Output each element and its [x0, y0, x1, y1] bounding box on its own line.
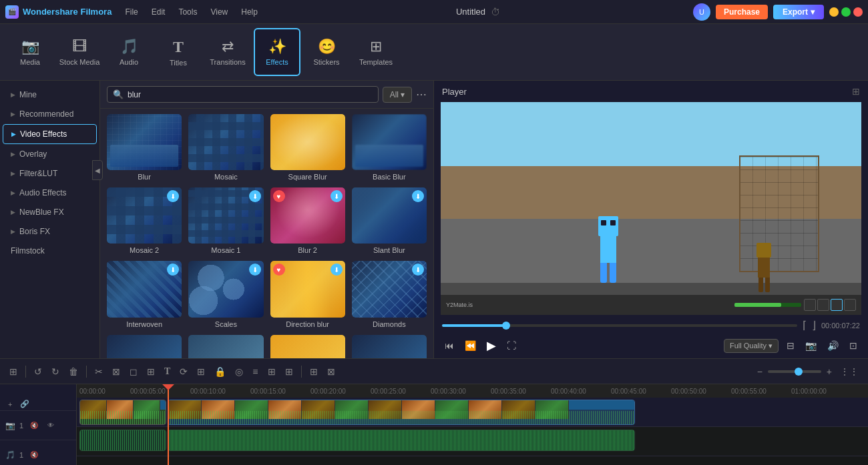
track-v1-mute[interactable]: 🔇 — [27, 420, 41, 430]
close-button[interactable] — [853, 7, 863, 17]
effect-mosaic1[interactable]: ⬇ Mosaic 1 — [188, 187, 263, 254]
effect-blur[interactable]: Blur — [107, 114, 182, 181]
panel-item-boris-fx[interactable]: ▶ Boris FX — [3, 222, 97, 241]
effect-diamonds[interactable]: ⬇ Diamonds — [352, 261, 427, 328]
effect-mosaic[interactable]: Mosaic — [188, 114, 263, 181]
toolbar-stock-media[interactable]: 🎞 Stock Media — [56, 28, 103, 76]
purchase-button[interactable]: Purchase — [716, 5, 768, 19]
effect-basic-blur[interactable]: Basic Blur — [352, 114, 427, 181]
track-v1-eye[interactable]: 👁 — [45, 420, 57, 430]
playhead[interactable] — [168, 384, 169, 465]
zoom-in-button[interactable]: + — [824, 365, 835, 378]
track-link-button[interactable]: 🔗 — [17, 398, 32, 410]
panel-item-filmstock[interactable]: Filmstock — [3, 242, 97, 260]
step-back-button[interactable]: ⏪ — [462, 339, 479, 352]
more-options-button[interactable]: ⋯ — [416, 88, 427, 101]
panel-item-mine[interactable]: ▶ Mine — [3, 85, 97, 104]
rewind-button[interactable]: ⏮ — [442, 339, 457, 352]
timeline-transform[interactable]: ⊞ — [144, 365, 158, 378]
search-input[interactable] — [128, 90, 373, 99]
toolbar-effects[interactable]: ✨ Effects — [254, 28, 300, 76]
video-clip-2[interactable]: ▶ Y2Mate.is – I Hit This Clip in Minecra… — [168, 400, 635, 425]
screen-layout-button[interactable]: ⊟ — [784, 339, 797, 352]
bracket-end-icon[interactable]: ⌋ — [812, 319, 816, 332]
fullscreen-button[interactable]: ⛶ — [504, 339, 519, 352]
timeline-redo[interactable]: ↻ — [49, 365, 62, 378]
timeline-audio-mix[interactable]: ◎ — [232, 365, 246, 378]
window-controls — [829, 7, 863, 17]
clip-1-waveform — [80, 411, 166, 424]
export-button[interactable]: Export ▾ — [773, 5, 824, 19]
effect-mosaic2[interactable]: ⬇ Mosaic 2 — [107, 187, 182, 254]
timeline-lock[interactable]: 🔒 — [212, 365, 228, 378]
add-track-button[interactable]: + — [5, 399, 15, 410]
panel-collapse-button[interactable]: ◀ — [92, 160, 100, 180]
timeline-cut[interactable]: ✂ — [92, 365, 105, 378]
panel-item-recommended[interactable]: ▶ Recommended — [3, 105, 97, 123]
player-title: Player — [442, 87, 467, 97]
timeline-split[interactable]: ⊠ — [110, 365, 123, 378]
toolbar-templates[interactable]: ⊞ Templates — [353, 28, 399, 76]
toolbar-transitions[interactable]: ⇄ Transitions — [204, 28, 251, 76]
timeline-delete[interactable]: 🗑 — [66, 365, 81, 378]
panel-item-filter-lut[interactable]: ▶ Filter&LUT — [3, 164, 97, 183]
panel-item-video-effects[interactable]: ▶ Video Effects — [3, 124, 97, 144]
effect-row4-3[interactable] — [270, 335, 345, 358]
timeline-effects2[interactable]: ⊞ — [194, 365, 208, 378]
tl-more-button[interactable]: ⋮⋮ — [837, 365, 861, 378]
panel-item-overlay[interactable]: ▶ Overlay — [3, 145, 97, 163]
minimize-button[interactable] — [829, 7, 839, 17]
toolbar-stickers[interactable]: 😊 Stickers — [303, 28, 350, 76]
audio-clip-2[interactable] — [168, 430, 635, 451]
screenshot-button[interactable]: 📷 — [803, 339, 819, 352]
timeline-tool-select[interactable]: ⊞ — [7, 365, 20, 378]
bracket-start-icon[interactable]: ⌈ — [803, 319, 807, 332]
effect-row4-1[interactable] — [107, 335, 182, 358]
timeline-crop[interactable]: ◻ — [127, 365, 140, 378]
zoom-slider[interactable] — [768, 370, 821, 373]
video-effects-label: Video Effects — [20, 129, 67, 139]
timeline-undo[interactable]: ↺ — [31, 365, 45, 378]
filter-button[interactable]: All ▾ — [383, 87, 412, 103]
menu-view[interactable]: View — [205, 6, 233, 18]
zoom-out-button[interactable]: − — [754, 365, 765, 378]
effect-scales[interactable]: ⬇ Scales — [188, 261, 263, 328]
timeline-text[interactable]: T — [162, 365, 173, 378]
timeline-keyframe[interactable]: ⊠ — [324, 365, 338, 378]
avatar[interactable]: U — [693, 3, 710, 21]
effect-interwoven[interactable]: ⬇ Interwoven — [107, 261, 182, 328]
newblue-arrow-icon: ▶ — [11, 209, 15, 215]
timeline-audio-wave[interactable]: ≡ — [250, 365, 260, 378]
progress-bar[interactable] — [442, 324, 797, 327]
volume-button[interactable]: 🔊 — [825, 339, 841, 352]
effect-row4-4[interactable] — [352, 335, 427, 358]
menu-tools[interactable]: Tools — [173, 6, 202, 18]
menu-file[interactable]: File — [120, 6, 143, 18]
timeline-motion[interactable]: ⟳ — [177, 365, 190, 378]
mine-label: Mine — [19, 90, 37, 99]
effect-slant-blur[interactable]: ⬇ Slant Blur — [352, 187, 427, 254]
ruler-mark-11: 00:00:55:00 — [731, 388, 767, 395]
timeline-color[interactable]: ⊞ — [282, 365, 296, 378]
effect-square-blur[interactable]: Square Blur — [270, 114, 345, 181]
more-controls-button[interactable]: ⊡ — [847, 339, 860, 352]
audio-clip-1[interactable] — [79, 430, 166, 451]
effect-blur2[interactable]: ♥ ⬇ Blur 2 — [270, 187, 345, 254]
panel-item-newblue-fx[interactable]: ▶ NewBlue FX — [3, 203, 97, 221]
effect-direction-blur[interactable]: ♥ ⬇ Direction blur — [270, 261, 345, 328]
effect-row4-2[interactable] — [188, 335, 263, 358]
menu-edit[interactable]: Edit — [146, 6, 171, 18]
play-button[interactable]: ▶ — [484, 337, 499, 354]
timeline-clip-speed[interactable]: ⊞ — [265, 365, 278, 378]
player-expand-icon[interactable]: ⊞ — [852, 86, 860, 97]
toolbar-audio[interactable]: 🎵 Audio — [105, 28, 152, 76]
toolbar-media[interactable]: 📷 Media — [7, 28, 53, 76]
track-a1-mute[interactable]: 🔇 — [27, 450, 41, 460]
video-clip-1[interactable]: ▶ Y2Mate.is - I Hit This Clip in... — [79, 400, 166, 425]
quality-button[interactable]: Full Quality ▾ — [724, 339, 779, 353]
toolbar-titles[interactable]: T Titles — [155, 28, 202, 76]
maximize-button[interactable] — [841, 7, 851, 17]
timeline-marker[interactable]: ⊞ — [307, 365, 320, 378]
menu-help[interactable]: Help — [236, 6, 263, 18]
panel-item-audio-effects[interactable]: ▶ Audio Effects — [3, 183, 97, 202]
